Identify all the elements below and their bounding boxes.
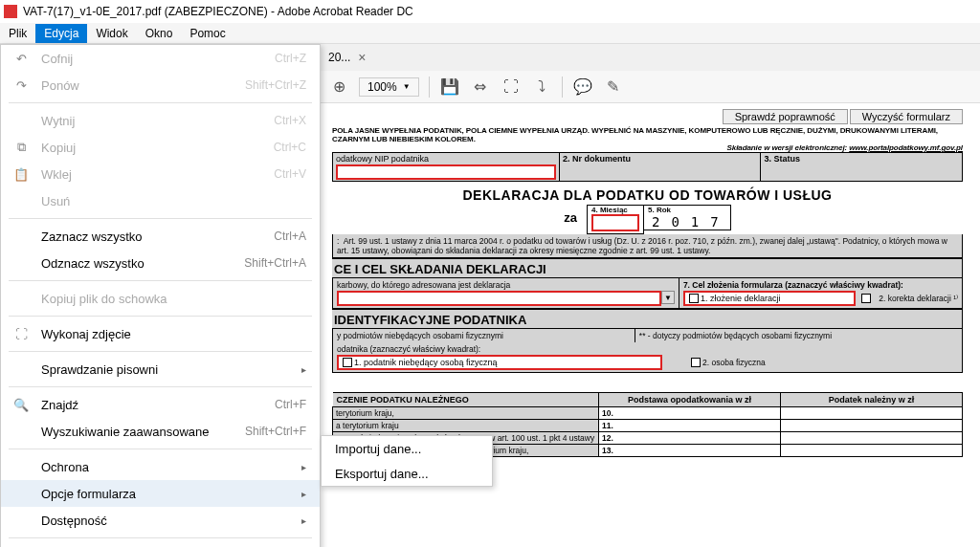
edit-dropdown-menu: ↶CofnijCtrl+Z ↷PonówShift+Ctrl+Z WytnijC… (0, 44, 321, 547)
window-title: VAT-7(17)_v1-0E_2017.pdf (ZABEZPIECZONE)… (23, 5, 413, 18)
toolbar-divider (429, 77, 430, 98)
tab-label: 20... (328, 51, 350, 64)
title-bar: VAT-7(17)_v1-0E_2017.pdf (ZABEZPIECZONE)… (0, 0, 980, 23)
section-b-header: IDENTYFIKACYJNE PODATNIKA (332, 309, 963, 328)
year-box: 5. Rok 2017 (644, 205, 731, 230)
sign-icon[interactable]: ✎ (603, 77, 624, 98)
menu-cut[interactable]: WytnijCtrl+X (1, 107, 320, 134)
taxpayer-type-field[interactable]: 1. podatnik niebędący osobą fizyczną (337, 355, 662, 370)
menu-protection[interactable]: Ochrona▸ (1, 453, 320, 480)
menu-view[interactable]: Widok (87, 24, 136, 43)
menu-copy[interactable]: ⧉KopiujCtrl+C (1, 134, 320, 161)
fit-width-icon[interactable]: ⇔ (470, 77, 491, 98)
rotate-icon[interactable]: ⤵ (531, 77, 552, 98)
chevron-right-icon: ▸ (301, 515, 306, 526)
period-row: za 4. Miesiąc 5. Rok 2017 (332, 205, 963, 234)
copy-icon: ⧉ (12, 139, 30, 156)
col-tax-due: Podatek należny w zł (781, 393, 963, 407)
fit-page-icon[interactable]: ⛶ (501, 77, 522, 98)
tax-office-field[interactable] (337, 291, 661, 306)
menu-accessibility[interactable]: Dostępność▸ (1, 507, 320, 534)
menu-snapshot[interactable]: ⛶Wykonaj zdjęcie (1, 320, 320, 347)
zoom-level-select[interactable]: 100%▼ (359, 77, 419, 97)
menu-redo[interactable]: ↷PonówShift+Ctrl+Z (1, 72, 320, 98)
section-b-table: y podmiotów niebędących osobami fizyczny… (332, 328, 963, 373)
purpose-submission-field[interactable]: 1. złożenie deklaracji (683, 291, 856, 306)
menu-manage-tools[interactable]: Zarządzaj narzędziami (1, 542, 320, 547)
comment-icon[interactable]: 💬 (572, 77, 593, 98)
toolbar: ⊕ 100%▼ 💾 ⇔ ⛶ ⤵ 💬 ✎ (321, 71, 980, 103)
document-tabs: 20... × (321, 44, 980, 71)
menu-advanced-search[interactable]: Wyszukiwanie zaawansowaneShift+Ctrl+F (1, 418, 320, 445)
undo-icon: ↶ (12, 50, 30, 67)
search-icon: 🔍 (12, 396, 30, 413)
zoom-in-button[interactable]: ⊕ (328, 77, 349, 98)
menu-delete[interactable]: Usuń (1, 187, 320, 214)
menu-paste[interactable]: 📋WklejCtrl+V (1, 161, 320, 187)
section-c-header: CZENIE PODATKU NALEŻNEGO (333, 393, 599, 407)
close-tab-icon[interactable]: × (358, 50, 366, 65)
header-fields-table: odatkowy NIP podatnika 2. Nr dokumentu 3… (332, 152, 963, 182)
month-field[interactable] (591, 214, 639, 231)
year-value: 2017 (644, 214, 730, 230)
menu-bar: Plik Edycja Widok Okno Pomoc (0, 23, 980, 44)
menu-undo[interactable]: ↶CofnijCtrl+Z (1, 45, 320, 72)
dropdown-icon[interactable]: ▼ (661, 291, 675, 304)
document-tab[interactable]: 20... × (321, 50, 374, 65)
submenu-export-data[interactable]: Eksportuj dane... (322, 461, 492, 486)
save-icon[interactable]: 💾 (439, 77, 460, 98)
section-a-header: CE I CEL SKŁADANIA DEKLARACJI (332, 258, 963, 277)
section-a-table: karbowy, do którego adresowana jest dekl… (332, 277, 963, 309)
menu-deselect-all[interactable]: Odznacz wszystkoShift+Ctrl+A (1, 250, 320, 276)
purpose-correction-checkbox[interactable] (861, 294, 871, 303)
menu-find[interactable]: 🔍ZnajdźCtrl+F (1, 391, 320, 418)
natural-person-checkbox[interactable] (691, 358, 701, 367)
form-options-submenu: Importuj dane... Eksportuj dane... (321, 435, 493, 487)
menu-file[interactable]: Plik (0, 24, 35, 43)
clear-form-button[interactable]: Wyczyść formularz (850, 109, 963, 124)
submenu-import-data[interactable]: Importuj dane... (322, 436, 492, 461)
legal-note: : Art. 99 ust. 1 ustawy z dnia 11 marca … (332, 234, 963, 258)
col-tax-base: Podstawa opodatkowania w zł (599, 393, 781, 407)
nip-field[interactable] (336, 164, 556, 180)
menu-spellcheck[interactable]: Sprawdzanie pisowni▸ (1, 356, 320, 383)
menu-select-all[interactable]: Zaznacz wszystkoCtrl+A (1, 223, 320, 250)
form-instructions: POLA JASNE WYPEŁNIA PODATNIK, POLA CIEMN… (332, 126, 963, 152)
menu-help[interactable]: Pomoc (181, 24, 234, 43)
menu-copy-file[interactable]: Kopiuj plik do schowka (1, 285, 320, 312)
redo-icon: ↷ (12, 77, 30, 94)
check-validity-button[interactable]: Sprawdź poprawność (723, 109, 848, 124)
chevron-right-icon: ▸ (301, 364, 306, 375)
dropdown-icon: ▼ (403, 82, 411, 91)
menu-edit[interactable]: Edycja (35, 24, 87, 43)
paste-icon: 📋 (12, 165, 30, 183)
toolbar-divider (562, 77, 563, 98)
chevron-right-icon: ▸ (301, 489, 306, 499)
chevron-right-icon: ▸ (301, 462, 306, 472)
menu-form-options[interactable]: Opcje formularza▸ (1, 480, 320, 507)
camera-icon: ⛶ (12, 325, 30, 342)
menu-window[interactable]: Okno (137, 24, 182, 43)
declaration-title: DEKLARACJA DLA PODATKU OD TOWARÓW I USŁU… (332, 182, 963, 205)
app-icon (4, 5, 17, 18)
month-box: 4. Miesiąc (587, 205, 644, 234)
